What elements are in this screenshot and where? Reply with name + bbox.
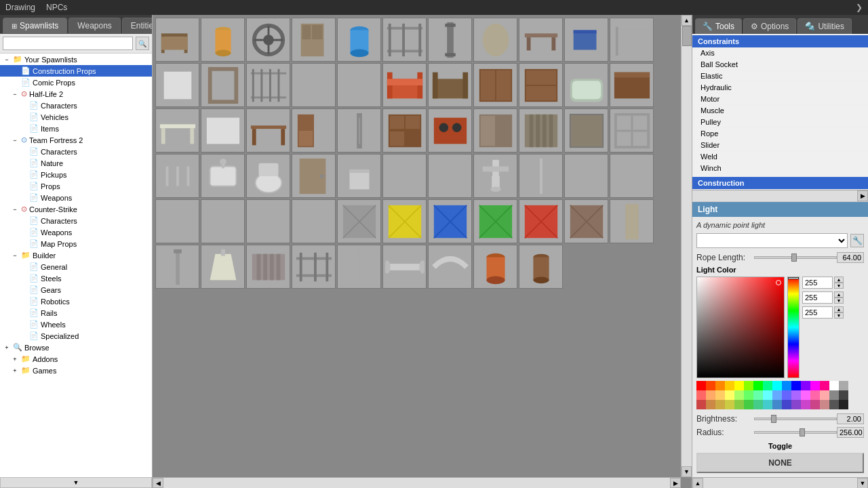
color-hue-strip[interactable] — [787, 277, 800, 378]
grid-item[interactable] — [292, 63, 336, 107]
tree-cs-map-props[interactable]: 📄 Map Props — [0, 238, 152, 249]
grid-item[interactable] — [428, 245, 472, 289]
scroll-up-button[interactable]: ▲ — [682, 15, 692, 26]
tab-utilities[interactable]: 🔩 Utilities — [797, 18, 852, 34]
grid-item[interactable] — [292, 108, 336, 152]
grid-item[interactable] — [155, 154, 199, 198]
tab-options[interactable]: ⚙ Options — [743, 18, 796, 34]
color-swatch-item[interactable] — [820, 400, 829, 409]
grid-item[interactable] — [382, 108, 427, 152]
grid-item[interactable] — [519, 245, 563, 289]
constraint-muscle[interactable]: Muscle — [692, 105, 868, 117]
color-swatch-item[interactable] — [763, 381, 772, 390]
color-swatch-item[interactable] — [725, 400, 734, 409]
color-swatch-item[interactable] — [696, 390, 706, 400]
tree-hl2-characters[interactable]: 📄 Characters — [0, 100, 152, 111]
color-swatch-item[interactable] — [706, 400, 715, 409]
grid-item[interactable] — [337, 245, 381, 289]
color-swatch-item[interactable] — [763, 400, 772, 409]
grid-item[interactable] — [610, 18, 654, 62]
grid-item[interactable] — [473, 18, 517, 62]
color-swatch-item[interactable] — [744, 381, 753, 390]
grid-item[interactable] — [519, 63, 563, 107]
color-swatch-item[interactable] — [715, 381, 725, 390]
grid-item[interactable] — [428, 18, 472, 62]
tree-tf2-weapons[interactable]: 📄 Weapons — [0, 192, 152, 203]
grid-item[interactable] — [155, 245, 199, 289]
color-swatch-item[interactable] — [772, 390, 782, 400]
grid-item[interactable] — [428, 108, 472, 152]
grid-item[interactable] — [428, 199, 472, 243]
tree-construction-props[interactable]: 📄 Construction Props — [0, 65, 152, 77]
grid-item[interactable] — [564, 18, 608, 62]
color-swatch-item[interactable] — [820, 381, 829, 390]
grid-item[interactable] — [155, 108, 199, 152]
slider-thumb[interactable] — [791, 253, 797, 262]
grid-item[interactable] — [382, 245, 427, 289]
grid-item[interactable] — [473, 245, 517, 289]
tree-builder-general[interactable]: 📄 General — [0, 261, 152, 272]
color-swatch-item[interactable] — [810, 390, 820, 400]
tree-builder-wheels[interactable]: 📄 Wheels — [0, 319, 152, 330]
rgb-g-input[interactable] — [802, 291, 833, 304]
color-swatch-item[interactable] — [772, 381, 782, 390]
constraint-winch[interactable]: Winch — [692, 163, 868, 174]
color-swatch-item[interactable] — [782, 390, 791, 400]
grid-item[interactable] — [610, 63, 654, 107]
tree-tf2-pickups[interactable]: 📄 Pickups — [0, 169, 152, 180]
grid-item[interactable] — [382, 154, 427, 198]
grid-item[interactable] — [337, 108, 381, 152]
grid-item[interactable] — [473, 154, 517, 198]
constraint-weld[interactable]: Weld — [692, 151, 868, 163]
tree-tf2-nature[interactable]: 📄 Nature — [0, 157, 152, 169]
grid-item[interactable] — [610, 199, 654, 243]
grid-item[interactable] — [382, 199, 427, 243]
grid-item[interactable] — [292, 154, 336, 198]
rgb-g-up[interactable]: ▲ — [834, 291, 844, 298]
slider-track[interactable] — [754, 256, 837, 259]
grid-item[interactable] — [428, 63, 472, 107]
grid-item[interactable] — [337, 63, 381, 107]
rgb-r-input[interactable] — [802, 277, 833, 289]
grid-item[interactable] — [292, 18, 336, 62]
tab-weapons[interactable]: Weapons — [68, 18, 120, 33]
grid-item[interactable] — [473, 199, 517, 243]
color-swatch-item[interactable] — [782, 400, 791, 409]
grid-item[interactable] — [564, 199, 608, 243]
color-swatch-item[interactable] — [744, 390, 753, 400]
constraint-axis[interactable]: Axis — [692, 47, 868, 59]
radius-slider[interactable] — [754, 431, 837, 434]
grid-item[interactable] — [201, 18, 245, 62]
constraint-elastic[interactable]: Elastic — [692, 70, 868, 82]
right-scroll-right[interactable]: ▶ — [857, 190, 868, 201]
grid-item[interactable] — [155, 18, 199, 62]
vertical-scrollbar[interactable]: ▲ ▼ — [681, 15, 692, 477]
grid-item[interactable] — [473, 63, 517, 107]
tree-builder-steels[interactable]: 📄 Steels — [0, 272, 152, 284]
constraint-slider[interactable]: Slider — [692, 140, 868, 151]
constraint-hydraulic[interactable]: Hydraulic — [692, 82, 868, 94]
tree-hl2[interactable]: − ⊙ Half-Life 2 — [0, 88, 152, 100]
color-swatch-item[interactable] — [753, 390, 763, 400]
tree-builder[interactable]: − 📁 Builder — [0, 249, 152, 261]
rgb-b-up[interactable]: ▲ — [834, 306, 844, 312]
color-swatch-item[interactable] — [706, 390, 715, 400]
color-swatch-item[interactable] — [810, 381, 820, 390]
grid-item[interactable] — [246, 63, 290, 107]
color-swatch-item[interactable] — [753, 400, 763, 409]
grid-item[interactable] — [564, 63, 608, 107]
grid-item[interactable] — [519, 199, 563, 243]
grid-item[interactable] — [201, 154, 245, 198]
color-swatch-item[interactable] — [782, 381, 791, 390]
grid-item[interactable] — [246, 199, 290, 243]
color-swatch-item[interactable] — [801, 381, 810, 390]
grid-item[interactable] — [246, 108, 290, 152]
grid-item[interactable] — [246, 245, 290, 289]
color-swatch-item[interactable] — [820, 390, 829, 400]
tree-scroll-btn[interactable]: ▼ — [0, 477, 152, 488]
color-swatch-item[interactable] — [772, 400, 782, 409]
grid-scroll-area[interactable] — [153, 15, 692, 488]
color-swatch-item[interactable] — [734, 390, 744, 400]
rgb-b-down[interactable]: ▼ — [834, 312, 844, 319]
tree-cs-weapons[interactable]: 📄 Weapons — [0, 226, 152, 238]
